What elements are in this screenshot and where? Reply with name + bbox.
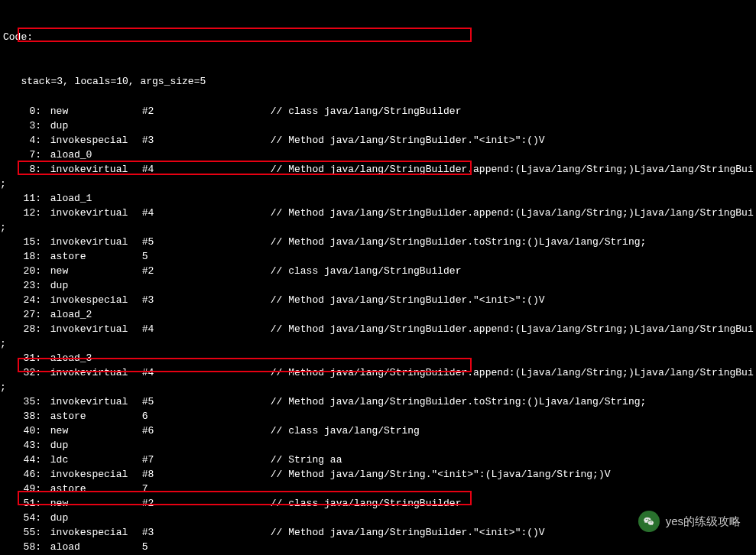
offset: 51: — [3, 496, 44, 511]
operand: #5 — [142, 394, 271, 409]
operand: #8 — [142, 467, 271, 482]
operand: #2 — [142, 496, 271, 511]
bytecode-line: ; — [0, 177, 756, 191]
bytecode-line: 43: dup — [0, 438, 756, 453]
bytecode-line: 28: invokevirtual#4// Method java/lang/S… — [0, 322, 756, 336]
bytecode-line: 38: astore6 — [0, 409, 756, 424]
offset: 24: — [3, 293, 44, 307]
opcode: invokevirtual — [50, 394, 142, 409]
bytecode-line: 32: invokevirtual#4// Method java/lang/S… — [0, 365, 756, 380]
comment: // Method java/lang/StringBuilder.append… — [271, 206, 756, 220]
comment — [271, 482, 756, 496]
opcode: invokevirtual — [50, 206, 142, 220]
opcode: invokevirtual — [50, 235, 142, 249]
comment: // class java/lang/StringBuilder — [271, 496, 756, 511]
offset: 58: — [3, 540, 44, 554]
operand: #2 — [142, 104, 271, 118]
offset: 0: — [3, 104, 44, 118]
operand: #4 — [142, 162, 271, 177]
opcode: aload_3 — [50, 351, 142, 365]
offset: 3: — [3, 118, 44, 133]
bytecode-line: 31: aload_3 — [0, 351, 756, 365]
offset: 49: — [3, 482, 44, 496]
offset: 40: — [3, 424, 44, 438]
operand — [142, 278, 271, 293]
operand: #2 — [142, 264, 271, 278]
operand: #5 — [142, 235, 271, 249]
operand: 6 — [142, 409, 271, 424]
bytecode-line: 40: new#6// class java/lang/String — [0, 424, 756, 438]
comment — [271, 191, 756, 206]
opcode: dup — [50, 438, 142, 453]
comment: // Method java/lang/StringBuilder."<init… — [271, 293, 756, 307]
opcode: dup — [50, 118, 142, 133]
opcode: new — [50, 496, 142, 511]
comment — [271, 148, 756, 162]
operand: #3 — [142, 133, 271, 148]
offset: 8: — [3, 162, 44, 177]
opcode: new — [50, 424, 142, 438]
operand: #3 — [142, 525, 271, 540]
bytecode-line: ; — [0, 380, 756, 394]
operand: #7 — [142, 453, 271, 467]
operand: 7 — [142, 482, 271, 496]
bytecode-line: 15: invokevirtual#5// Method java/lang/S… — [0, 235, 756, 249]
operand — [142, 307, 271, 322]
offset: 20: — [3, 264, 44, 278]
operand — [142, 118, 271, 133]
operand — [142, 351, 271, 365]
opcode: new — [50, 104, 142, 118]
offset: 38: — [3, 409, 44, 424]
opcode: invokevirtual — [50, 365, 142, 380]
opcode: aload_1 — [50, 191, 142, 206]
offset: 55: — [3, 525, 44, 540]
opcode: invokespecial — [50, 467, 142, 482]
operand — [142, 438, 271, 453]
comment: // Method java/lang/StringBuilder.append… — [271, 322, 756, 336]
offset: 23: — [3, 278, 44, 293]
code-header: Code: — [0, 30, 756, 44]
operand: #4 — [142, 206, 271, 220]
operand — [142, 511, 271, 525]
comment — [271, 409, 756, 424]
code-stack-info: stack=3, locals=10, args_size=5 — [0, 74, 756, 89]
opcode: invokespecial — [50, 525, 142, 540]
offset: 44: — [3, 453, 44, 467]
offset: 32: — [3, 365, 44, 380]
line-wrap-marker: ; — [0, 380, 3, 394]
opcode: astore — [50, 409, 142, 424]
opcode: invokespecial — [50, 293, 142, 307]
opcode: dup — [50, 511, 142, 525]
bytecode-line: 27: aload_2 — [0, 307, 756, 322]
bytecode-line: 46: invokespecial#8// Method java/lang/S… — [0, 467, 756, 482]
offset: 27: — [3, 307, 44, 322]
comment: // Method java/lang/StringBuilder.append… — [271, 162, 756, 177]
opcode: astore — [50, 249, 142, 264]
comment: // Method java/lang/String."<init>":(Lja… — [271, 467, 756, 482]
comment: // Method java/lang/StringBuilder."<init… — [271, 133, 756, 148]
offset: 15: — [3, 235, 44, 249]
bytecode-line: 7: aload_0 — [0, 148, 756, 162]
operand: 5 — [142, 249, 271, 264]
operand: #3 — [142, 293, 271, 307]
bytecode-listing: Code: stack=3, locals=10, args_size=5 0:… — [0, 0, 756, 555]
comment: // Method java/lang/StringBuilder.toStri… — [271, 235, 756, 249]
line-wrap-marker: ; — [0, 177, 3, 191]
opcode: ldc — [50, 453, 142, 467]
comment: // class java/lang/StringBuilder — [271, 104, 756, 118]
comment: // String aa — [271, 453, 756, 467]
operand: 5 — [142, 540, 271, 554]
comment: // class java/lang/StringBuilder — [271, 264, 756, 278]
opcode: invokespecial — [50, 133, 142, 148]
comment — [271, 118, 756, 133]
opcode: dup — [50, 278, 142, 293]
offset: 28: — [3, 322, 44, 336]
bytecode-line: 8: invokevirtual#4// Method java/lang/St… — [0, 162, 756, 177]
offset: 4: — [3, 133, 44, 148]
bytecode-line: 12: invokevirtual#4// Method java/lang/S… — [0, 206, 756, 220]
bytecode-line: ; — [0, 336, 756, 351]
opcode: aload_2 — [50, 307, 142, 322]
bytecode-line: 35: invokevirtual#5// Method java/lang/S… — [0, 394, 756, 409]
watermark-text: yes的练级攻略 — [666, 513, 741, 531]
bytecode-line: ; — [0, 220, 756, 235]
